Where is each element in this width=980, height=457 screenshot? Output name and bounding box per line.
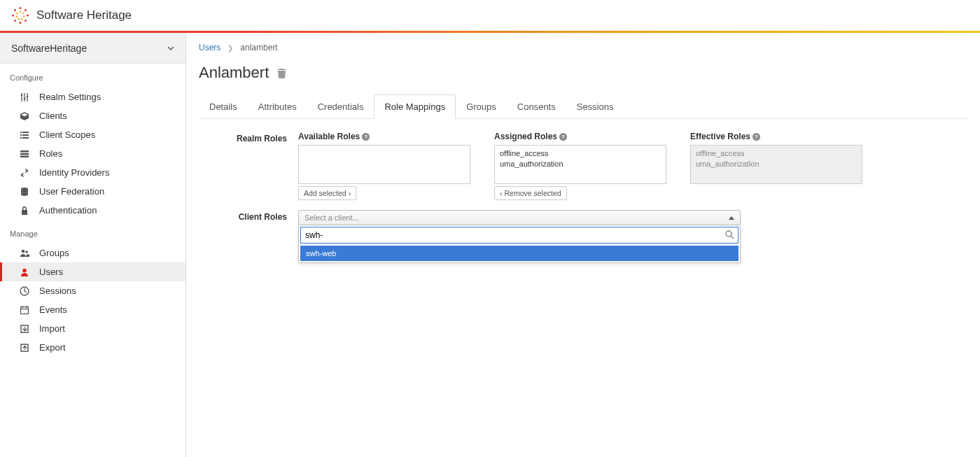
sidebar-item-label: Clients bbox=[39, 111, 67, 121]
svg-point-2 bbox=[27, 14, 29, 16]
brand-text: Software Heritage bbox=[36, 8, 132, 22]
tab-sessions[interactable]: Sessions bbox=[566, 94, 624, 119]
svg-rect-22 bbox=[22, 132, 29, 133]
sidebar-item-label: Events bbox=[39, 304, 67, 315]
tab-credentials[interactable]: Credentials bbox=[307, 94, 374, 119]
svg-point-6 bbox=[12, 14, 14, 16]
sidebar-item-label: Users bbox=[39, 267, 63, 277]
chevron-down-icon bbox=[167, 46, 174, 50]
chevron-right-icon: ❯ bbox=[227, 44, 233, 52]
lock-icon bbox=[20, 206, 29, 216]
svg-point-32 bbox=[25, 251, 28, 253]
sidebar-item-label: Client Scopes bbox=[39, 129, 95, 140]
sidebar-item-identity-providers[interactable]: Identity Providers bbox=[0, 163, 186, 182]
sidebar-item-label: Export bbox=[39, 342, 66, 353]
tabs: DetailsAttributesCredentialsRole Mapping… bbox=[199, 94, 967, 119]
client-option[interactable]: swh-web bbox=[300, 246, 738, 261]
sidebar-item-import[interactable]: Import bbox=[0, 319, 186, 338]
sidebar-item-client-scopes[interactable]: Client Scopes bbox=[0, 125, 186, 144]
app-header: Software Heritage bbox=[0, 0, 980, 31]
svg-rect-24 bbox=[22, 134, 29, 136]
client-select-display[interactable]: Select a client... bbox=[298, 210, 741, 225]
remove-selected-button[interactable]: ‹ Remove selected bbox=[494, 186, 567, 200]
realm-name: SoftwareHeritage bbox=[11, 43, 87, 54]
import-icon bbox=[20, 324, 29, 334]
sidebar-item-label: Identity Providers bbox=[39, 167, 109, 178]
svg-point-7 bbox=[14, 9, 16, 11]
svg-point-3 bbox=[24, 20, 27, 22]
svg-point-14 bbox=[16, 12, 18, 13]
brand[interactable]: Software Heritage bbox=[10, 5, 132, 26]
sidebar-item-label: Realm Settings bbox=[39, 92, 101, 102]
svg-rect-26 bbox=[22, 137, 29, 139]
sidebar-item-label: Import bbox=[39, 323, 65, 334]
svg-rect-29 bbox=[20, 155, 29, 157]
sidebar-item-label: User Federation bbox=[39, 186, 104, 197]
triangle-up-icon bbox=[729, 216, 734, 220]
sidebar-item-users[interactable]: Users bbox=[0, 262, 186, 281]
sidebar-item-export[interactable]: Export bbox=[0, 338, 186, 357]
help-icon[interactable]: ? bbox=[559, 133, 567, 141]
calendar-icon bbox=[20, 305, 29, 315]
sidebar-item-authentication[interactable]: Authentication bbox=[0, 201, 186, 220]
svg-rect-27 bbox=[20, 150, 29, 153]
tab-details[interactable]: Details bbox=[199, 94, 248, 119]
tab-attributes[interactable]: Attributes bbox=[248, 94, 307, 119]
available-roles-label: Available Roles bbox=[298, 132, 360, 141]
sidebar-item-user-federation[interactable]: User Federation bbox=[0, 182, 186, 201]
sliders-icon bbox=[20, 92, 29, 102]
exchange-icon bbox=[20, 168, 29, 178]
nav-section-manage: Manage bbox=[0, 220, 186, 244]
page-title: Anlambert bbox=[199, 64, 269, 82]
breadcrumb-root[interactable]: Users bbox=[199, 43, 220, 52]
effective-roles-label: Effective Roles bbox=[690, 132, 750, 141]
group-icon bbox=[20, 248, 29, 258]
role-option[interactable]: offline_access bbox=[498, 148, 663, 159]
svg-point-1 bbox=[24, 9, 27, 11]
sidebar-item-roles[interactable]: Roles bbox=[0, 144, 186, 163]
database-icon bbox=[20, 187, 29, 197]
tab-groups[interactable]: Groups bbox=[456, 94, 507, 119]
brand-logo-icon bbox=[10, 5, 31, 26]
svg-rect-21 bbox=[20, 132, 22, 133]
chevron-left-icon: ‹ bbox=[500, 189, 503, 197]
svg-rect-25 bbox=[20, 137, 22, 139]
user-icon bbox=[20, 267, 29, 277]
sidebar-item-realm-settings[interactable]: Realm Settings bbox=[0, 87, 186, 106]
svg-rect-28 bbox=[20, 153, 29, 155]
breadcrumb-current: anlambert bbox=[240, 43, 277, 52]
svg-line-40 bbox=[731, 236, 734, 239]
help-icon[interactable]: ? bbox=[362, 133, 370, 141]
sidebar-item-events[interactable]: Events bbox=[0, 300, 186, 319]
sidebar-item-label: Roles bbox=[39, 148, 62, 159]
sidebar-item-label: Sessions bbox=[39, 286, 76, 296]
nav-section-configure: Configure bbox=[0, 64, 186, 87]
svg-point-12 bbox=[18, 18, 20, 20]
svg-point-8 bbox=[20, 10, 21, 12]
delete-user-button[interactable] bbox=[277, 68, 286, 78]
realm-selector[interactable]: SoftwareHeritage bbox=[0, 33, 186, 64]
svg-point-30 bbox=[21, 188, 28, 190]
assigned-roles-label: Assigned Roles bbox=[494, 132, 557, 141]
role-option[interactable]: uma_authorization bbox=[498, 159, 663, 169]
sidebar-item-sessions[interactable]: Sessions bbox=[0, 281, 186, 300]
sidebar-item-groups[interactable]: Groups bbox=[0, 244, 186, 262]
assigned-roles-listbox[interactable]: offline_accessuma_authorization bbox=[494, 145, 666, 184]
svg-point-9 bbox=[22, 12, 24, 13]
help-icon[interactable]: ? bbox=[752, 133, 760, 141]
client-search-input[interactable] bbox=[300, 227, 738, 244]
svg-rect-23 bbox=[20, 134, 22, 136]
sidebar-item-clients[interactable]: Clients bbox=[0, 106, 186, 125]
effective-roles-listbox: offline_accessuma_authorization bbox=[690, 145, 862, 184]
add-selected-button[interactable]: Add selected › bbox=[298, 186, 356, 200]
svg-point-33 bbox=[22, 268, 27, 272]
svg-point-13 bbox=[16, 15, 18, 17]
svg-rect-18 bbox=[21, 94, 22, 96]
available-roles-listbox[interactable] bbox=[298, 145, 470, 184]
tab-consents[interactable]: Consents bbox=[507, 94, 566, 119]
tab-role-mappings[interactable]: Role Mappings bbox=[374, 94, 456, 119]
cube-icon bbox=[20, 111, 29, 121]
svg-rect-19 bbox=[24, 98, 25, 99]
breadcrumb: Users ❯ anlambert bbox=[199, 43, 967, 52]
client-select[interactable]: Select a client... swh-web bbox=[298, 210, 741, 225]
